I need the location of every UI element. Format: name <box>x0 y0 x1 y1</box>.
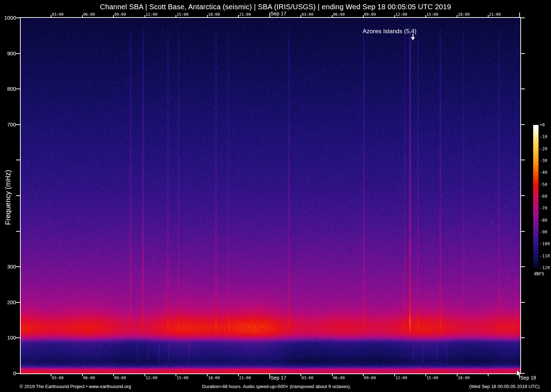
time-tick-label-bottom: 12:00 <box>395 376 407 380</box>
freq-tick-left <box>16 124 20 125</box>
freq-tick-right <box>521 337 525 338</box>
time-tick-label-bottom: 12:00 <box>146 376 157 380</box>
spectrogram-image <box>21 18 520 373</box>
freq-tick-label: 300 <box>0 263 16 270</box>
colorbar-tick-label: -20 <box>540 146 547 151</box>
time-tick-top <box>51 15 51 17</box>
time-tick-label-top: 21:00 <box>239 12 251 17</box>
colorbar-tick-label: -30 <box>540 158 547 163</box>
time-tick-label-top: 18:00 <box>208 12 220 17</box>
time-tick-bottom <box>394 374 395 376</box>
freq-tick-left <box>16 373 20 374</box>
colorbar-tick-label: -90 <box>540 230 547 235</box>
time-tick-top <box>82 15 83 17</box>
time-tick-label-top: 06:00 <box>333 12 345 17</box>
freq-tick-left <box>16 337 20 338</box>
time-tick-top <box>176 15 176 17</box>
time-tick-label-top: 06:00 <box>83 12 95 17</box>
freq-tick-left <box>16 17 20 18</box>
freq-tick-right <box>521 266 525 267</box>
time-tick-label-bottom: 15:00 <box>426 376 438 380</box>
time-tick-label-bottom: 09:00 <box>114 376 126 380</box>
time-tick-label-bottom: 21:00 <box>239 376 251 380</box>
time-tick-label-bottom: 18:00 <box>208 376 220 380</box>
time-tick-label-bottom: 06:00 <box>83 376 95 380</box>
time-tick-top <box>457 15 458 17</box>
freq-tick-left <box>16 160 20 160</box>
freq-tick-left <box>16 53 20 54</box>
time-tick-label-bottom: Sep 18 <box>520 375 536 381</box>
time-tick-label-top: 09:00 <box>364 12 376 17</box>
time-tick-label-top: 18:00 <box>458 12 470 17</box>
time-tick-top <box>425 15 426 17</box>
freq-tick-right <box>521 89 525 89</box>
freq-tick-left <box>16 231 20 232</box>
time-tick-bottom <box>176 374 176 376</box>
freq-tick-left <box>16 302 20 303</box>
freq-tick-label: 800 <box>0 86 16 92</box>
time-tick-label-top: 03:00 <box>52 12 64 17</box>
freq-tick-label: 0 <box>0 370 16 377</box>
time-tick-label-bottom: 06:00 <box>333 376 345 380</box>
colorbar-tick-label: -100 <box>540 241 550 246</box>
freq-tick-label: 700 <box>0 121 16 128</box>
time-tick-top <box>238 15 239 17</box>
time-tick-bottom <box>332 374 333 376</box>
time-tick-bottom <box>300 374 301 376</box>
time-tick-bottom <box>457 374 458 376</box>
colorbar-tick-label: -50 <box>540 182 547 187</box>
time-tick-label-top: 12:00 <box>146 12 157 17</box>
footer-timestamp: (Wed Sep 18 00:05:05 2019 UTC) <box>469 384 540 389</box>
time-tick-label-bottom: 03:00 <box>52 376 64 380</box>
freq-tick-left <box>16 89 20 89</box>
time-tick-bottom <box>145 374 145 376</box>
time-tick-label-top: Sep 17 <box>271 11 286 16</box>
time-tick-top <box>145 15 145 17</box>
freq-tick-right <box>521 302 525 303</box>
time-tick-top <box>269 12 270 17</box>
time-tick-label-bottom: 09:00 <box>364 376 376 380</box>
colorbar-tick-label: -110 <box>540 253 550 258</box>
time-tick-bottom <box>51 374 51 376</box>
page-title: Channel SBA | Scott Base, Antarctica (se… <box>0 3 551 11</box>
time-tick-bottom <box>238 374 239 376</box>
mouse-cursor-icon[interactable] <box>516 370 522 378</box>
time-tick-label-top: 12:00 <box>395 12 407 17</box>
time-tick-bottom <box>82 374 83 376</box>
time-tick-top <box>363 15 364 17</box>
time-tick-top <box>488 15 489 17</box>
annotation-arrow-icon <box>410 34 416 41</box>
y-axis-title: Frequency (mHz) <box>4 170 12 225</box>
freq-tick-left <box>16 266 20 267</box>
footer-copyright: © 2019 The Earthsound Project • www.eart… <box>20 384 131 389</box>
time-tick-bottom <box>207 374 208 376</box>
freq-tick-label: 900 <box>0 50 16 57</box>
time-tick-top <box>394 15 395 17</box>
colorbar <box>533 125 539 268</box>
freq-tick-right <box>521 124 525 125</box>
time-tick-label-bottom: 03:00 <box>302 376 313 380</box>
time-tick-label-bottom: 15:00 <box>177 376 188 380</box>
colorbar-tick-label: +0 <box>540 122 545 127</box>
colorbar-tick-label: -80 <box>540 218 547 223</box>
time-tick-label-top: 03:00 <box>302 12 313 17</box>
freq-tick-right <box>521 160 525 160</box>
time-tick-top <box>332 15 333 17</box>
time-tick-bottom <box>363 374 364 376</box>
freq-tick-right <box>521 53 525 54</box>
footer-duration: Duration=48 hours. Audio speed-up=500× (… <box>202 384 351 389</box>
colorbar-tick-label: -70 <box>540 206 547 211</box>
time-tick-label-bottom: Sep 17 <box>271 375 286 381</box>
time-tick-label-top: 15:00 <box>426 12 438 17</box>
freq-tick-left <box>16 195 20 196</box>
time-tick-label-bottom: 18:00 <box>458 376 470 380</box>
time-tick-label-top: 21:00 <box>489 12 501 17</box>
colorbar-tick-label: -40 <box>540 170 547 175</box>
freq-tick-right <box>521 195 525 196</box>
time-tick-bottom <box>488 374 489 376</box>
freq-tick-right <box>521 231 525 232</box>
time-tick-top <box>300 15 301 17</box>
spectrogram-page: Channel SBA | Scott Base, Antarctica (se… <box>0 0 551 392</box>
freq-tick-label: 200 <box>0 299 16 306</box>
time-tick-label-top: 15:00 <box>177 12 188 17</box>
